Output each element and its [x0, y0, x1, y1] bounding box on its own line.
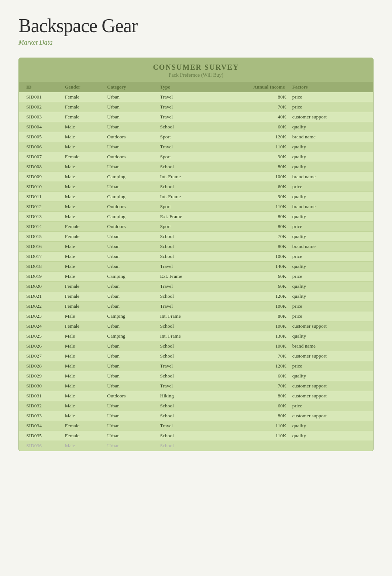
cell-factors: brand name — [289, 341, 373, 351]
col-header-category: Category — [103, 82, 156, 92]
cell-gender: Female — [61, 282, 104, 292]
table-row: SID008 Male Urban School 80K quality — [19, 162, 373, 172]
cell-gender: Male — [61, 361, 104, 371]
cell-income: 70K — [220, 232, 288, 242]
cell-id: SID030 — [19, 381, 61, 391]
cell-gender: Female — [61, 92, 104, 102]
cell-factors: quality — [289, 331, 373, 341]
cell-factors: price — [289, 102, 373, 112]
cell-id: SID018 — [19, 262, 61, 272]
cell-category: Camping — [103, 311, 156, 321]
cell-id: SID022 — [19, 301, 61, 311]
cell-category: Urban — [103, 242, 156, 252]
cell-type: Travel — [157, 282, 220, 292]
cell-income: 120K — [220, 361, 288, 371]
cell-factors: price — [289, 182, 373, 192]
cell-gender: Female — [61, 421, 104, 431]
cell-category: Urban — [103, 262, 156, 272]
cell-factors: quality — [289, 292, 373, 301]
table-header-row: ID Gender Category Type Annual Income Fa… — [19, 82, 373, 92]
cell-income: 40K — [220, 112, 288, 122]
cell-category: Urban — [103, 421, 156, 431]
cell-income: 130K — [220, 331, 288, 341]
cell-type: Sport — [157, 202, 220, 212]
cell-category: Outdoors — [103, 202, 156, 212]
cell-gender: Female — [61, 152, 104, 162]
cell-id: SID016 — [19, 242, 61, 252]
cell-factors: quality — [289, 122, 373, 132]
cell-id: SID021 — [19, 292, 61, 301]
cell-type: Int. Frame — [157, 192, 220, 202]
col-header-income: Annual Income — [220, 82, 288, 92]
cell-type: School — [157, 292, 220, 301]
cell-income: 70K — [220, 351, 288, 361]
table-row: SID025 Male Camping Int. Frame 130K qual… — [19, 331, 373, 341]
cell-id: SID025 — [19, 331, 61, 341]
cell-gender: Male — [61, 441, 104, 451]
col-header-type: Type — [157, 82, 220, 92]
cell-gender: Male — [61, 162, 104, 172]
table-row: SID029 Male Urban School 60K quality — [19, 371, 373, 381]
table-row: SID010 Male Urban School 60K price — [19, 182, 373, 192]
cell-id: SID001 — [19, 92, 61, 102]
table-row: SID017 Male Urban School 100K price — [19, 252, 373, 262]
cell-id: SID012 — [19, 202, 61, 212]
cell-category: Outdoors — [103, 132, 156, 142]
cell-category: Urban — [103, 411, 156, 421]
cell-gender: Male — [61, 272, 104, 282]
cell-id: SID032 — [19, 401, 61, 411]
cell-gender: Male — [61, 252, 104, 262]
table-row: SID003 Female Urban Travel 40K customer … — [19, 112, 373, 122]
table-row: SID030 Male Urban Travel 70K customer su… — [19, 381, 373, 391]
cell-factors: customer support — [289, 381, 373, 391]
cell-income: 70K — [220, 102, 288, 112]
table-row: SID032 Male Urban School 60K price — [19, 401, 373, 411]
cell-id: SID008 — [19, 162, 61, 172]
table-row: SID033 Male Urban School 80K customer su… — [19, 411, 373, 421]
cell-income: 80K — [220, 162, 288, 172]
table-header-section: CONSUMER SURVEY Pack Prefernce (Will Buy… — [19, 58, 373, 82]
cell-type: School — [157, 411, 220, 421]
cell-factors: quality — [289, 212, 373, 222]
table-row: SID007 Female Outdoors Sport 90K quality — [19, 152, 373, 162]
cell-factors: price — [289, 401, 373, 411]
cell-income: 110K — [220, 202, 288, 212]
cell-gender: Male — [61, 391, 104, 401]
cell-income: 60K — [220, 272, 288, 282]
cell-category: Urban — [103, 292, 156, 301]
cell-type: School — [157, 401, 220, 411]
cell-id: SID036 — [19, 441, 61, 451]
table-row: SID034 Female Urban Travel 110K quality — [19, 421, 373, 431]
cell-type: School — [157, 371, 220, 381]
cell-gender: Male — [61, 242, 104, 252]
table-row: SID024 Female Urban School 100K customer… — [19, 321, 373, 331]
cell-category: Urban — [103, 252, 156, 262]
cell-id: SID027 — [19, 351, 61, 361]
cell-factors: brand name — [289, 132, 373, 142]
cell-factors: price — [289, 361, 373, 371]
cell-category: Urban — [103, 282, 156, 292]
cell-income: 80K — [220, 311, 288, 321]
cell-type: School — [157, 232, 220, 242]
cell-type: School — [157, 242, 220, 252]
cell-income: 80K — [220, 391, 288, 401]
cell-type: Sport — [157, 222, 220, 232]
cell-type: School — [157, 252, 220, 262]
cell-id: SID003 — [19, 112, 61, 122]
cell-income: 100K — [220, 301, 288, 311]
cell-income: 120K — [220, 292, 288, 301]
cell-category: Outdoors — [103, 391, 156, 401]
cell-category: Camping — [103, 331, 156, 341]
cell-factors: brand name — [289, 202, 373, 212]
table-row: SID002 Female Urban Travel 70K price — [19, 102, 373, 112]
cell-income: 110K — [220, 431, 288, 441]
table-row: SID005 Male Outdoors Sport 120K brand na… — [19, 132, 373, 142]
cell-gender: Male — [61, 371, 104, 381]
cell-category: Urban — [103, 351, 156, 361]
col-header-gender: Gender — [61, 82, 104, 92]
cell-income: 110K — [220, 142, 288, 152]
cell-factors: customer support — [289, 112, 373, 122]
cell-income: 80K — [220, 222, 288, 232]
table-row: SID009 Male Camping Int. Frame 100K bran… — [19, 172, 373, 182]
table-row: SID031 Male Outdoors Hiking 80K customer… — [19, 391, 373, 401]
